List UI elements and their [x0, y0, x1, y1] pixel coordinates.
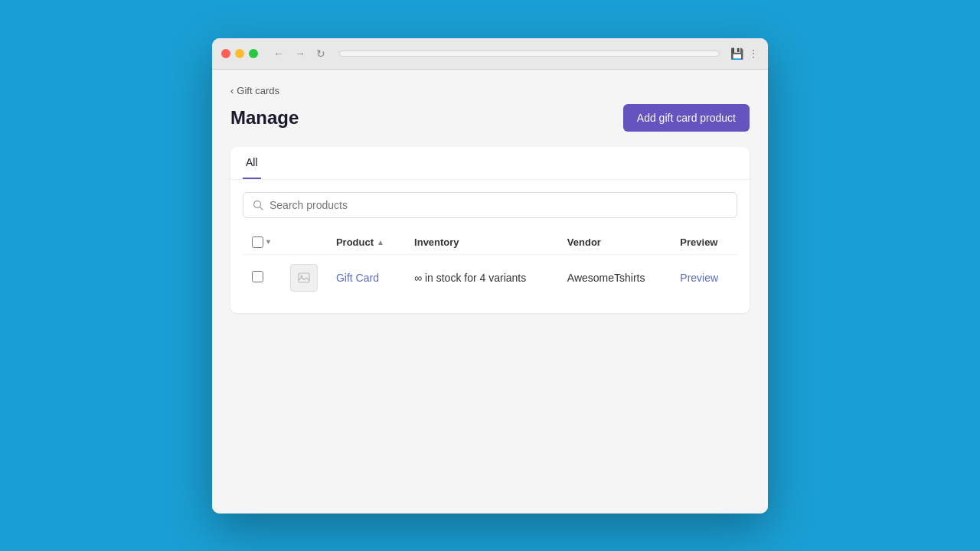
row-product-name: Gift Card: [327, 254, 405, 301]
page-header: Manage Add gift card product: [230, 104, 750, 132]
row-checkbox[interactable]: [252, 271, 263, 282]
row-inventory: ∞ in stock for 4 variants: [405, 254, 558, 301]
row-vendor: AwesomeTshirts: [558, 254, 671, 301]
breadcrumb-link[interactable]: ‹ Gift cards: [230, 85, 750, 96]
browser-window: ← → ↻ 💾 ⋮ ‹ Gift cards Manage Add gift c…: [212, 38, 768, 514]
tabs-bar: All: [230, 147, 750, 180]
tab-all[interactable]: All: [243, 147, 261, 179]
svg-line-1: [260, 207, 263, 210]
products-table: ▼ Product ▲ Inventory Ven: [243, 230, 737, 301]
back-nav-button[interactable]: ←: [270, 46, 287, 61]
traffic-lights: [221, 49, 258, 58]
preview-link[interactable]: Preview: [680, 272, 718, 284]
browser-titlebar: ← → ↻ 💾 ⋮: [212, 38, 768, 70]
browser-nav: ← → ↻: [270, 46, 328, 61]
search-icon: [253, 200, 263, 210]
minimize-button[interactable]: [235, 49, 244, 58]
reload-button[interactable]: ↻: [313, 46, 328, 61]
address-bar[interactable]: [339, 51, 720, 57]
menu-icon[interactable]: ⋮: [748, 47, 759, 60]
image-placeholder-icon: [298, 272, 310, 284]
th-inventory: Inventory: [405, 230, 558, 255]
save-icon[interactable]: 💾: [730, 47, 743, 60]
products-card: All: [230, 147, 750, 313]
row-preview: Preview: [671, 254, 737, 301]
card-body: ▼ Product ▲ Inventory Ven: [230, 180, 750, 313]
th-image: [281, 230, 327, 255]
back-chevron-icon: ‹: [230, 85, 234, 96]
browser-actions: 💾 ⋮: [730, 47, 759, 60]
search-bar: [243, 192, 737, 218]
page-title: Manage: [230, 107, 299, 129]
close-button[interactable]: [221, 49, 230, 58]
select-dropdown-arrow[interactable]: ▼: [265, 238, 272, 246]
table-row: Gift Card ∞ in stock for 4 variants Awes…: [243, 254, 737, 301]
breadcrumb-label: Gift cards: [237, 85, 279, 96]
sort-icon: ▲: [377, 238, 384, 246]
select-all-checkbox[interactable]: [252, 236, 263, 248]
forward-nav-button[interactable]: →: [292, 46, 309, 61]
select-all-header: ▼: [243, 230, 281, 255]
product-link[interactable]: Gift Card: [336, 272, 379, 284]
row-checkbox-cell: [243, 254, 281, 301]
row-image-cell: [281, 254, 327, 301]
th-preview: Preview: [671, 230, 737, 255]
product-thumbnail: [290, 264, 318, 292]
maximize-button[interactable]: [249, 49, 258, 58]
svg-rect-2: [299, 273, 309, 282]
add-gift-card-button[interactable]: Add gift card product: [623, 104, 750, 132]
page-content: ‹ Gift cards Manage Add gift card produc…: [212, 70, 768, 514]
th-product[interactable]: Product ▲: [327, 230, 405, 255]
search-input[interactable]: [270, 199, 727, 211]
th-vendor: Vendor: [558, 230, 671, 255]
